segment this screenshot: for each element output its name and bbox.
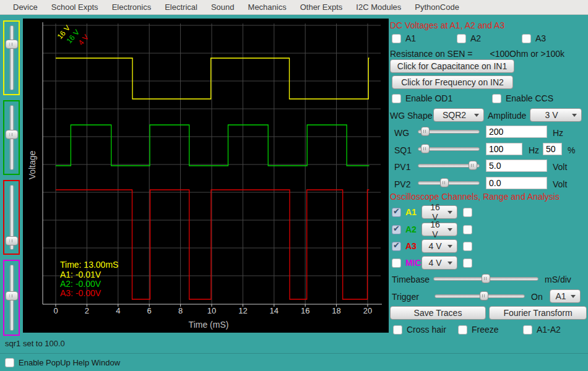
dc-a2-checkbox[interactable] bbox=[457, 34, 466, 43]
channel-A1-range-select[interactable]: 16 V bbox=[422, 205, 457, 219]
menu-pythoncode[interactable]: PythonCode bbox=[408, 0, 466, 15]
trigger-slider[interactable] bbox=[435, 291, 525, 301]
x-tick-label: 10 bbox=[207, 306, 216, 315]
readout-line: Time: 13.00mS bbox=[60, 260, 118, 270]
channel-A3-analysis-checkbox[interactable] bbox=[463, 242, 472, 251]
timebase-slider[interactable] bbox=[433, 273, 538, 284]
chevron-down-icon bbox=[447, 228, 452, 231]
enable-od1-label: Enable OD1 bbox=[405, 93, 452, 103]
wg-frequency-input[interactable] bbox=[486, 126, 547, 138]
amplitude-label: Amplitude bbox=[488, 111, 526, 121]
channel-A2-range-select[interactable]: 16 V bbox=[422, 223, 457, 236]
trigger-source-value: A1 bbox=[555, 291, 567, 301]
cross-hair-checkbox[interactable] bbox=[393, 325, 402, 335]
channel-A2-label: A2 bbox=[405, 224, 422, 234]
x-tick-label: 14 bbox=[270, 306, 279, 315]
vertical-slider-handle[interactable] bbox=[5, 40, 18, 49]
menu-bar: Device School Expts Electronics Electric… bbox=[0, 0, 588, 15]
menu-electrical[interactable]: Electrical bbox=[158, 0, 204, 15]
trace-A1 bbox=[56, 58, 370, 99]
channel-A2-analysis-checkbox[interactable] bbox=[463, 225, 472, 234]
dc-a1-checkbox-row: A1 bbox=[392, 33, 416, 43]
vertical-slider-handle[interactable] bbox=[5, 291, 18, 301]
freeze-checkbox[interactable] bbox=[458, 325, 467, 335]
cross-hair-row: Cross hair bbox=[393, 325, 446, 335]
channel-A3-enable-checkbox[interactable] bbox=[392, 242, 401, 251]
pv1-slider-handle[interactable] bbox=[469, 161, 477, 170]
x-tick-label: 16 bbox=[301, 306, 309, 315]
vertical-slider-frame-A2-offset bbox=[3, 100, 20, 175]
channel-MIC-enable-checkbox[interactable] bbox=[392, 258, 401, 268]
popup-help-checkbox[interactable] bbox=[5, 358, 14, 367]
channel-A3-range-select[interactable]: 4 V bbox=[422, 239, 457, 253]
channel-A1-enable-checkbox[interactable] bbox=[392, 208, 401, 217]
channel-MIC-analysis-checkbox[interactable] bbox=[463, 258, 472, 268]
sq1-slider-handle[interactable] bbox=[421, 144, 430, 153]
trigger-source-select[interactable]: A1 bbox=[550, 289, 581, 303]
oscilloscope-plot-area[interactable]: 02468101214161820Time (mS)Voltage16 V16 … bbox=[23, 19, 389, 333]
menu-sound[interactable]: Sound bbox=[204, 0, 241, 15]
vertical-slider-frame-A3-offset bbox=[3, 180, 20, 255]
dc-a1-checkbox[interactable] bbox=[392, 34, 401, 43]
menu-school-expts[interactable]: School Expts bbox=[45, 0, 105, 15]
cross-hair-label: Cross hair bbox=[407, 325, 446, 335]
readout-line: A3: -0.00V bbox=[60, 288, 102, 298]
channel-A2-enable-checkbox[interactable] bbox=[392, 225, 401, 234]
channel-A3-range-value: 4 V bbox=[426, 241, 444, 251]
channel-row-MIC: MIC4 V bbox=[392, 256, 472, 270]
menu-device[interactable]: Device bbox=[6, 0, 45, 15]
readout-line: A1: -0.01V bbox=[60, 270, 102, 279]
pv2-slider-handle[interactable] bbox=[440, 178, 449, 187]
sq1-duty-input[interactable] bbox=[543, 143, 562, 155]
timebase-slider-handle[interactable] bbox=[482, 274, 490, 283]
dc-a3-checkbox[interactable] bbox=[522, 34, 531, 43]
channel-row-A2: A216 V bbox=[392, 223, 472, 236]
sq1-duty-unit: % bbox=[568, 145, 575, 155]
dc-a2-label: A2 bbox=[470, 33, 481, 43]
menu-electronics[interactable]: Electronics bbox=[105, 0, 158, 15]
pv1-voltage-input[interactable] bbox=[486, 160, 547, 172]
wg-label: WG bbox=[394, 128, 409, 138]
channel-MIC-range-select[interactable]: 4 V bbox=[422, 256, 457, 270]
pv2-voltage-input[interactable] bbox=[486, 177, 547, 189]
wg-slider[interactable] bbox=[418, 126, 480, 137]
menu-other-expts[interactable]: Other Expts bbox=[293, 0, 350, 15]
vertical-slider-groove[interactable] bbox=[9, 25, 14, 90]
dc-a3-checkbox-row: A3 bbox=[522, 33, 546, 43]
capacitance-button[interactable]: Click for Capacitance on IN1 bbox=[390, 59, 514, 73]
pv2-slider[interactable] bbox=[418, 177, 480, 188]
enable-ccs-checkbox[interactable] bbox=[492, 94, 501, 103]
channel-A1-label: A1 bbox=[405, 207, 422, 217]
trigger-label: Trigger bbox=[392, 292, 419, 302]
wg-shape-label: WG Shape bbox=[390, 111, 432, 121]
freeze-label: Freeze bbox=[472, 325, 499, 335]
menu-i2c-modules[interactable]: I2C Modules bbox=[349, 0, 408, 15]
sen-label: Resistance on SEN = bbox=[390, 49, 472, 59]
frequency-button[interactable]: Click for Frequency on IN2 bbox=[392, 75, 513, 89]
a1-a2-checkbox[interactable] bbox=[523, 325, 532, 335]
channel-row-A3: A34 V bbox=[392, 239, 472, 253]
wg-slider-handle[interactable] bbox=[421, 127, 430, 136]
a1-a2-row: A1-A2 bbox=[523, 325, 561, 335]
pv1-slider[interactable] bbox=[418, 160, 480, 171]
vertical-slider-frame-MIC-offset bbox=[3, 260, 20, 336]
a1-a2-label: A1-A2 bbox=[537, 325, 561, 335]
enable-od1-checkbox[interactable] bbox=[392, 94, 401, 103]
x-tick-label: 2 bbox=[85, 306, 89, 315]
vertical-slider-handle[interactable] bbox=[5, 130, 18, 139]
trace-A2 bbox=[56, 125, 370, 166]
enable-ccs-row: Enable CCS bbox=[492, 93, 553, 103]
save-traces-button[interactable]: Save Traces bbox=[390, 306, 486, 320]
menu-mechanics[interactable]: Mechanics bbox=[241, 0, 293, 15]
oscilloscope-plot[interactable]: 02468101214161820Time (mS)Voltage16 V16 … bbox=[23, 19, 389, 333]
amplitude-select[interactable]: 3 V bbox=[530, 108, 582, 122]
pv2-slider-groove[interactable] bbox=[418, 181, 480, 185]
trigger-slider-handle[interactable] bbox=[480, 291, 488, 301]
sq1-slider[interactable] bbox=[418, 143, 480, 154]
chevron-down-icon bbox=[447, 262, 452, 265]
fourier-transform-button[interactable]: Fourier Transform bbox=[489, 306, 587, 320]
vertical-slider-handle[interactable] bbox=[5, 236, 18, 245]
channel-A1-analysis-checkbox[interactable] bbox=[463, 208, 472, 217]
sq1-frequency-input[interactable] bbox=[486, 143, 522, 155]
wg-shape-select[interactable]: SQR2 bbox=[433, 108, 484, 122]
